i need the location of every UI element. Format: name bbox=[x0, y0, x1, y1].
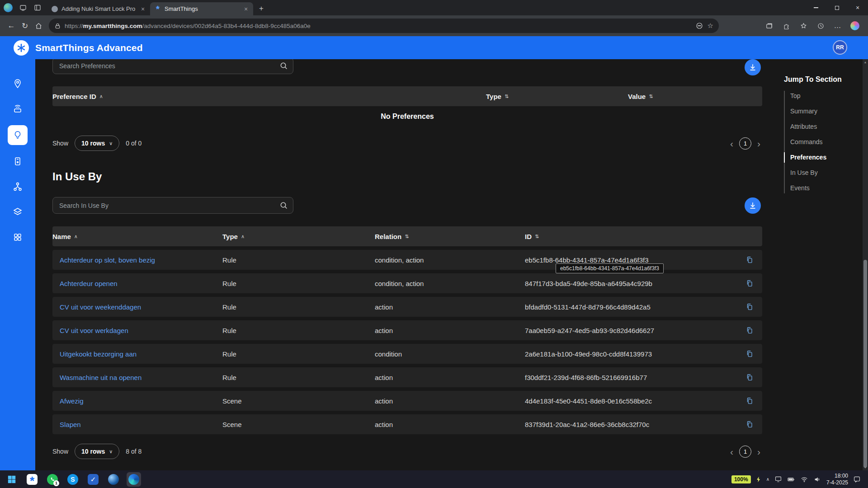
favorite-star-icon[interactable]: ☆ bbox=[708, 22, 713, 30]
tab-close-icon[interactable]: × bbox=[139, 5, 146, 13]
site-info-icon[interactable] bbox=[696, 22, 703, 29]
start-button[interactable] bbox=[5, 472, 19, 487]
favorites-icon[interactable] bbox=[797, 19, 810, 33]
battery-percent-badge[interactable]: 100% bbox=[731, 475, 751, 483]
download-icon bbox=[749, 63, 757, 71]
copy-id-button[interactable] bbox=[745, 350, 754, 358]
scroll-up-icon[interactable]: ▲ bbox=[863, 61, 868, 64]
column-header[interactable]: Preference ID∧ bbox=[52, 93, 486, 100]
collections-icon[interactable] bbox=[762, 19, 776, 33]
next-page-button[interactable]: › bbox=[757, 447, 760, 456]
sidebar-item-locations[interactable] bbox=[9, 75, 27, 93]
new-tab-button[interactable]: + bbox=[255, 2, 268, 15]
copy-icon bbox=[745, 350, 754, 358]
tab-close-icon[interactable]: × bbox=[242, 5, 250, 13]
search-in-use-by-input[interactable] bbox=[52, 197, 293, 214]
sidebar-item-device-profiles[interactable] bbox=[9, 152, 27, 170]
row-name-link[interactable]: Slapen bbox=[60, 421, 81, 428]
sidebar-item-hubs[interactable] bbox=[9, 100, 27, 118]
hidden-icons-chevron[interactable]: ∧ bbox=[766, 477, 769, 482]
todo-icon[interactable]: ✓ bbox=[86, 472, 100, 487]
clock[interactable]: 18:00 7-4-2025 bbox=[826, 473, 848, 486]
copy-id-button[interactable] bbox=[745, 420, 754, 428]
row-name-link[interactable]: Achterdeur openen bbox=[60, 280, 118, 287]
page-number[interactable]: 1 bbox=[739, 446, 751, 458]
column-header[interactable]: Name∧ bbox=[52, 233, 222, 240]
home-button[interactable] bbox=[32, 19, 45, 33]
copy-id-button[interactable] bbox=[745, 326, 754, 334]
notification-center-icon[interactable] bbox=[853, 475, 861, 483]
refresh-button[interactable]: ↻ bbox=[18, 19, 32, 33]
window-maximize-button[interactable] bbox=[826, 0, 847, 15]
next-page-button[interactable]: › bbox=[757, 139, 760, 148]
sidebar-item-devices[interactable] bbox=[8, 125, 28, 145]
rows-per-page-select[interactable]: 10 rows∨ bbox=[75, 444, 119, 459]
user-avatar[interactable]: RR bbox=[833, 40, 847, 55]
copy-id-button[interactable] bbox=[745, 303, 754, 311]
sidebar-item-apps[interactable] bbox=[9, 228, 27, 246]
jump-to-section-item[interactable]: Summary bbox=[790, 106, 863, 117]
column-header[interactable]: ID⇅ bbox=[525, 233, 737, 240]
section-title: In Use By bbox=[52, 170, 102, 183]
row-name-link[interactable]: Afwezig bbox=[60, 397, 84, 405]
scrollbar-thumb[interactable] bbox=[863, 260, 867, 468]
browser-menu-icon[interactable]: … bbox=[831, 19, 844, 33]
column-header[interactable]: Type∧ bbox=[222, 233, 375, 240]
volume-icon[interactable] bbox=[813, 475, 821, 483]
copy-id-button[interactable] bbox=[745, 373, 754, 381]
search-preferences-input[interactable] bbox=[52, 59, 293, 74]
prev-page-button[interactable]: ‹ bbox=[730, 139, 733, 148]
jump-to-section-item[interactable]: Preferences bbox=[790, 152, 863, 163]
jump-to-section-item[interactable]: Top bbox=[790, 91, 863, 101]
browser-app-icon[interactable] bbox=[106, 472, 121, 487]
window-close-button[interactable]: × bbox=[847, 0, 868, 15]
window-minimize-button[interactable] bbox=[806, 0, 826, 15]
copy-id-button[interactable] bbox=[745, 279, 754, 287]
row-name-link[interactable]: CV uit voor werkdagen bbox=[60, 327, 128, 334]
row-name-link[interactable]: Achterdeur op slot, boven bezig bbox=[60, 256, 155, 264]
download-in-use-by-button[interactable] bbox=[745, 197, 761, 214]
wifi-icon[interactable] bbox=[800, 475, 808, 483]
jump-to-section-item[interactable]: Events bbox=[790, 183, 863, 193]
edge-icon[interactable] bbox=[127, 472, 141, 487]
browser-tab[interactable]: Adding Nuki Smart Lock Pro (5th × bbox=[47, 2, 150, 15]
charging-bolt-icon bbox=[756, 476, 761, 483]
display-icon[interactable] bbox=[774, 475, 782, 483]
skype-icon[interactable]: S bbox=[66, 472, 80, 487]
history-icon[interactable] bbox=[814, 19, 827, 33]
row-name-link[interactable]: Uitgekookt bezorging aan bbox=[60, 350, 137, 358]
copy-id-button[interactable] bbox=[745, 397, 754, 405]
address-bar[interactable]: https://my.smartthings.com/advanced/devi… bbox=[49, 19, 719, 33]
table-row: Wasmachine uit na openen Rule action f30… bbox=[52, 367, 762, 387]
page-number[interactable]: 1 bbox=[739, 137, 751, 150]
scroll-down-icon[interactable]: ▼ bbox=[863, 466, 868, 469]
sidebar-item-drivers[interactable] bbox=[9, 178, 27, 196]
page-scrollbar[interactable]: ▲ ▼ bbox=[863, 59, 868, 470]
browser-profile-icon[interactable] bbox=[4, 3, 13, 12]
browser-tab[interactable]: SmartThings × bbox=[150, 2, 253, 15]
extensions-icon[interactable] bbox=[779, 19, 793, 33]
jump-to-section-item[interactable]: Commands bbox=[790, 137, 863, 147]
copilot-icon[interactable] bbox=[848, 19, 862, 33]
column-header[interactable]: Type⇅ bbox=[486, 93, 628, 100]
back-button[interactable]: ← bbox=[5, 19, 18, 33]
row-id: f30ddf21-239d-4f68-86fb-521669916b77 bbox=[525, 374, 737, 381]
rows-per-page-select[interactable]: 10 rows∨ bbox=[75, 136, 119, 151]
tab-actions-icon[interactable] bbox=[33, 4, 42, 12]
smartthings-logo-icon[interactable] bbox=[14, 40, 29, 56]
row-name-link[interactable]: CV uit voor weekenddagen bbox=[60, 303, 141, 311]
jump-to-section-item[interactable]: Attributes bbox=[790, 122, 863, 132]
download-preferences-button[interactable] bbox=[745, 59, 761, 75]
column-header[interactable]: Relation⇅ bbox=[375, 233, 525, 240]
sidebar-item-capabilities[interactable] bbox=[9, 203, 27, 221]
column-header[interactable]: Value⇅ bbox=[628, 93, 762, 100]
workspaces-icon[interactable] bbox=[19, 4, 27, 12]
whatsapp-icon[interactable]: 1 bbox=[45, 472, 60, 487]
jump-to-section-item[interactable]: In Use By bbox=[790, 168, 863, 178]
copy-id-button[interactable] bbox=[745, 256, 754, 264]
row-name-link[interactable]: Wasmachine uit na openen bbox=[60, 374, 142, 381]
prev-page-button[interactable]: ‹ bbox=[730, 447, 733, 456]
battery-icon[interactable] bbox=[787, 475, 795, 483]
date-label: 7-4-2025 bbox=[826, 479, 848, 486]
smartthings-app-icon[interactable]: * bbox=[25, 472, 39, 487]
